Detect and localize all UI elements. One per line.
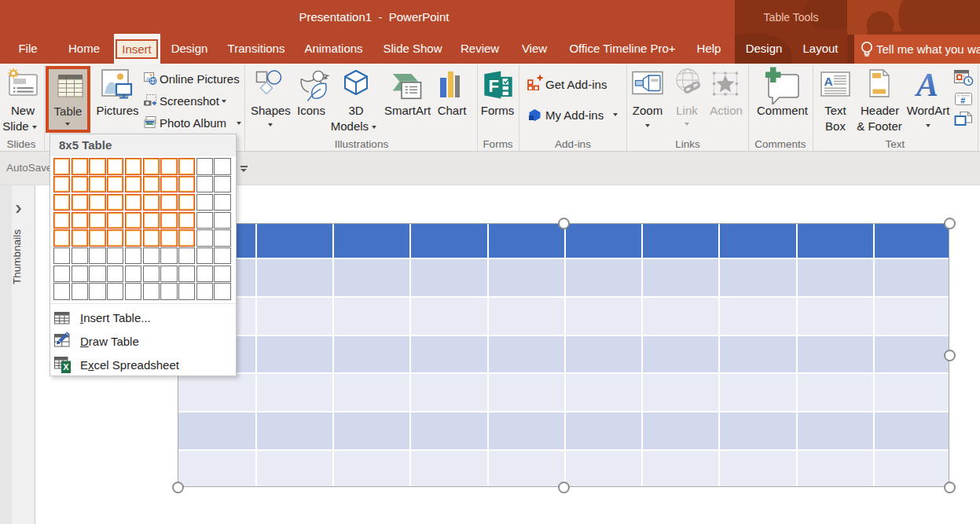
svg-text:X: X: [63, 362, 69, 372]
svg-text:#: #: [960, 96, 965, 105]
svg-text:A: A: [824, 75, 833, 88]
svg-text:F: F: [489, 76, 499, 96]
svg-text:A: A: [914, 68, 938, 101]
